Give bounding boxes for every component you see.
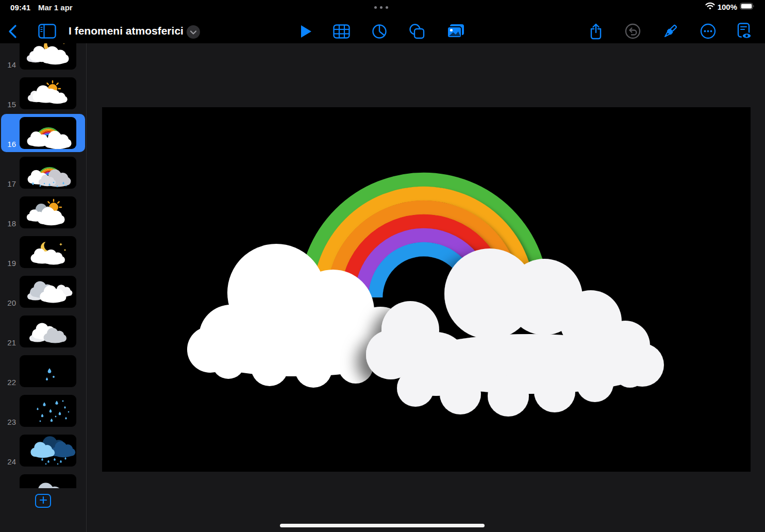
slide-thumbnail-rainbow-rain[interactable]	[20, 157, 76, 189]
ipad-screen: 09:41 Mar 1 apr 100%	[0, 0, 765, 532]
undo-icon	[625, 23, 641, 41]
slide-thumbnail-row-14[interactable]: 14	[0, 43, 86, 77]
chart-icon	[372, 24, 387, 41]
share-icon	[589, 23, 603, 41]
status-time: 09:41	[10, 3, 30, 12]
slide-number: 14	[0, 60, 16, 69]
more-icon	[700, 23, 716, 41]
slide-number: 23	[0, 418, 16, 426]
insert-media-button[interactable]	[447, 23, 464, 41]
undo-button[interactable]	[624, 23, 641, 41]
slide-number: 21	[0, 338, 16, 347]
slide-thumbnail-sun-clouds[interactable]	[20, 77, 76, 109]
slide-thumbnail-row-17[interactable]: 17	[0, 157, 86, 196]
shapes-icon	[409, 24, 425, 41]
slide-number: 15	[0, 100, 16, 109]
slide-thumbnail-moon-stars-clouds[interactable]	[20, 236, 76, 268]
slide-thumbnail-rainbow-clouds[interactable]	[20, 117, 76, 149]
slide-canvas-area	[87, 43, 765, 532]
slide-thumbnail-row-23[interactable]: 23	[0, 395, 86, 435]
presenter-notes-button[interactable]	[735, 23, 753, 41]
slide-thumbnail-row-20[interactable]: 20	[0, 276, 86, 315]
slide-thumbnail-gray-clouds[interactable]	[20, 276, 76, 308]
slide-thumbnail-row-19[interactable]: 19	[0, 236, 86, 276]
slide-thumbnail-rain-light[interactable]	[20, 355, 76, 387]
slide-thumbnail-clouds-partial[interactable]	[20, 474, 76, 488]
slide-thumbnail-row-18[interactable]: 18	[0, 196, 86, 236]
back-icon	[7, 24, 19, 40]
slide-number: 17	[0, 179, 16, 188]
slide-thumbnail-row-15[interactable]: 15	[0, 77, 86, 117]
battery-icon	[740, 3, 755, 12]
slide-number: 16	[0, 140, 16, 148]
document-title[interactable]: I fenomeni atmosferici	[69, 25, 184, 37]
slide-number: 24	[0, 457, 16, 466]
slide-thumbnail-storm-rain[interactable]	[20, 435, 76, 467]
insert-chart-button[interactable]	[371, 23, 388, 41]
slide-editor[interactable]	[102, 107, 751, 472]
chevron-down-icon	[190, 28, 196, 36]
presenter-notes-icon	[735, 23, 753, 42]
table-icon	[333, 24, 350, 40]
slide-thumbnail-row-21[interactable]: 21	[0, 315, 86, 355]
insert-shape-button[interactable]	[408, 23, 426, 41]
insert-table-button[interactable]	[332, 23, 350, 41]
rainbow-clouds-artwork[interactable]	[102, 107, 751, 472]
media-icon	[447, 24, 464, 40]
slide-number: 20	[0, 298, 16, 307]
status-right: 100%	[705, 2, 755, 12]
slide-thumbnail-sun-gray-clouds[interactable]	[20, 196, 76, 228]
slide-list: 141516171819202122232425	[0, 43, 86, 488]
play-icon	[300, 24, 312, 40]
header: 09:41 Mar 1 apr 100%	[0, 0, 765, 43]
home-indicator[interactable]	[280, 524, 485, 527]
view-options-icon	[38, 24, 56, 40]
status-date: Mar 1 apr	[38, 3, 73, 12]
view-options-button[interactable]	[38, 23, 56, 41]
slide-navigator: 141516171819202122232425	[0, 43, 87, 532]
slide-thumbnail-row-25[interactable]: 25	[0, 474, 86, 488]
battery-percent: 100%	[718, 3, 737, 11]
slide-number: 18	[0, 219, 16, 228]
slide-number: 19	[0, 259, 16, 268]
back-button[interactable]	[4, 23, 22, 41]
more-button[interactable]	[699, 23, 717, 41]
multitask-dots-icon[interactable]	[374, 6, 388, 9]
slide-thumbnail-row-24[interactable]: 24	[0, 435, 86, 474]
slide-thumbnail-row-16[interactable]: 16	[0, 117, 86, 157]
format-button[interactable]	[661, 23, 679, 41]
slide-thumbnail-rain-heavy[interactable]	[20, 395, 76, 427]
slide-number: 22	[0, 378, 16, 387]
slide-thumbnail-moon-clouds[interactable]	[20, 43, 76, 70]
add-slide-button[interactable]	[35, 494, 51, 508]
slide-thumbnail-row-22[interactable]: 22	[0, 355, 86, 395]
format-brush-icon	[662, 23, 678, 41]
play-button[interactable]	[297, 23, 315, 41]
wifi-icon	[705, 2, 715, 12]
share-button[interactable]	[587, 23, 605, 41]
slide-thumbnail-clouds[interactable]	[20, 315, 76, 347]
title-dropdown-button[interactable]	[187, 25, 200, 39]
plus-icon	[40, 496, 47, 505]
